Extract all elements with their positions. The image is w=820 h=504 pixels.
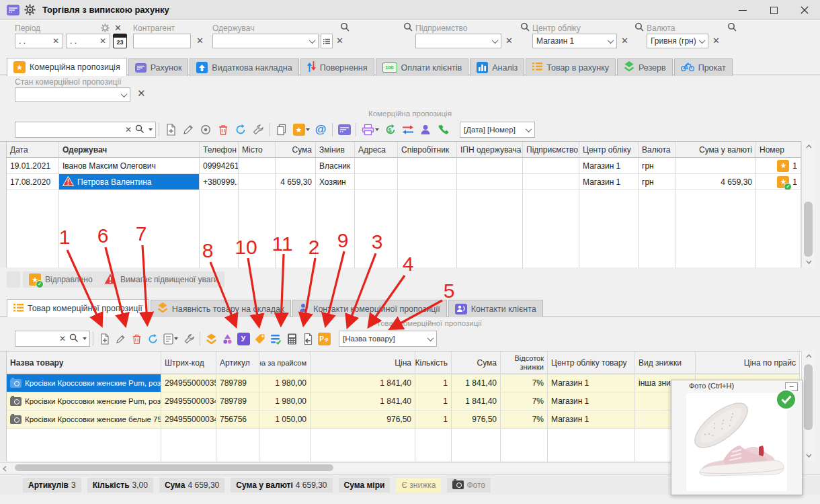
client-button[interactable] (417, 121, 434, 138)
column-header[interactable]: Номер (756, 142, 801, 158)
scroll-down-icon[interactable] (802, 259, 815, 265)
search-magnifier-icon[interactable] (69, 333, 79, 345)
delete-button[interactable] (214, 121, 232, 138)
check-list-button[interactable] (268, 331, 284, 347)
search-clear-icon[interactable]: ✕ (125, 125, 132, 134)
column-header[interactable]: Місто (239, 142, 276, 158)
import-document-button[interactable] (300, 331, 316, 347)
center-clear-icon[interactable]: ✕ (621, 34, 628, 48)
tab-analysis[interactable]: Аналіз (470, 58, 524, 76)
column-header[interactable]: Ціна за прайсом (259, 351, 311, 374)
tab-offer-contacts[interactable]: Контакти комерційної пропозиції (292, 300, 447, 317)
add-product-button[interactable] (96, 331, 112, 347)
offer-search-input[interactable]: ✕ (15, 122, 156, 138)
view-button[interactable] (197, 121, 214, 138)
column-header[interactable]: Валюта (639, 142, 675, 158)
minimize-button[interactable] (727, 0, 758, 20)
calendar-icon[interactable]: 23 (113, 34, 127, 48)
column-header[interactable]: Сума у валюті (675, 142, 756, 158)
scrollbar-thumb[interactable] (15, 464, 333, 471)
tab-client-payments[interactable]: 100Оплати клієнтів (376, 58, 469, 76)
refresh-button[interactable] (232, 121, 249, 138)
recipient-search-icon[interactable] (340, 22, 350, 32)
scrollbar-thumb[interactable] (804, 364, 813, 430)
print-button[interactable] (359, 121, 382, 138)
recipient-list-button[interactable] (321, 34, 333, 48)
offer-state-menu-button[interactable]: ★ (290, 121, 312, 138)
tab-commercial-offer[interactable]: ★Комерційна пропозиція (7, 58, 127, 76)
tab-invoice[interactable]: Рахунок (128, 58, 189, 76)
tab-client-contacts[interactable]: Контакти клієнта (448, 300, 543, 317)
stock-layers-button[interactable] (203, 331, 219, 347)
enterprise-combo[interactable] (415, 34, 501, 48)
invoice-document-button[interactable] (335, 121, 353, 138)
email-button[interactable]: @ (312, 121, 329, 138)
column-header[interactable]: Змінив (316, 142, 355, 158)
column-header[interactable]: Ціна по прайс (696, 351, 800, 374)
search-clear-icon[interactable]: ✕ (59, 334, 66, 343)
recipient-combo[interactable] (212, 34, 319, 48)
product-search-input[interactable]: ✕ (15, 331, 90, 347)
column-header[interactable]: Сума (452, 351, 501, 374)
table-row[interactable]: 19.01.2021 Іванов Максим Олегович 099942… (7, 158, 801, 174)
scroll-up-icon[interactable] (802, 353, 815, 360)
column-header[interactable]: Назва товару (7, 351, 161, 374)
offer-table-scrollbar[interactable] (801, 141, 815, 267)
global-search-icon[interactable] (727, 22, 737, 32)
column-header[interactable]: Артикул (216, 351, 259, 374)
copy-button[interactable] (273, 121, 290, 138)
product-sort-combo[interactable]: [Назва товару] (339, 331, 437, 347)
scroll-left-icon[interactable] (3, 464, 7, 474)
column-header[interactable]: Штрих-код (161, 351, 216, 374)
period-to-input[interactable]: . .✕ (66, 34, 110, 48)
center-search-icon[interactable] (520, 22, 530, 32)
table-row-selected[interactable]: 17.08.2020 Петрова Валентина +380999... … (7, 174, 801, 190)
column-header[interactable]: Вид знижки (635, 351, 696, 374)
column-header[interactable]: Підприємство (523, 142, 579, 158)
tab-expense-note[interactable]: Видаткова накладна (190, 58, 298, 76)
calculator-button[interactable] (284, 331, 300, 347)
tab-offer-goods[interactable]: Товар комерційної пропозиції (7, 299, 149, 317)
enterprise-clear-icon[interactable]: ✕ (505, 34, 513, 48)
column-header[interactable]: Телефон (200, 142, 239, 158)
refresh-products-button[interactable] (145, 331, 161, 347)
tab-goods-in-invoice[interactable]: Товар в рахунку (526, 58, 616, 76)
close-button[interactable] (789, 0, 820, 20)
settings-gear-icon[interactable] (24, 4, 36, 15)
tab-reserve[interactable]: Резерв (617, 58, 673, 76)
column-header[interactable]: Центр обліку (579, 142, 639, 158)
product-settings-button[interactable] (181, 331, 197, 347)
price-tag-button[interactable] (251, 331, 268, 347)
column-header[interactable]: Відсоток знижки (501, 351, 548, 374)
column-header[interactable]: Кількість (415, 351, 452, 374)
currency-search-icon[interactable] (634, 22, 645, 32)
column-header[interactable]: Дата (7, 142, 59, 158)
currency-combo[interactable]: Гривня (грн) (647, 34, 708, 48)
column-header[interactable]: Центр обліку товару (548, 351, 635, 374)
period-to-clear-icon[interactable]: ✕ (99, 36, 106, 46)
call-button[interactable] (434, 121, 452, 138)
column-header[interactable]: Співробітник (398, 142, 457, 158)
delete-product-button[interactable] (128, 331, 145, 347)
product-table-scrollbar[interactable] (801, 351, 815, 461)
photo-panel[interactable]: Фото (Ctrl+H) – (671, 380, 803, 495)
edit-button[interactable] (179, 121, 197, 138)
column-header[interactable]: Адреса (355, 142, 398, 158)
scroll-down-icon[interactable] (802, 452, 815, 459)
counterparty-clear-icon[interactable]: ✕ (196, 34, 204, 48)
column-header[interactable]: Ціна (311, 351, 415, 374)
transfer-button[interactable] (399, 121, 417, 138)
recipient-clear-icon[interactable]: ✕ (336, 34, 343, 48)
currency-clear-icon[interactable]: ✕ (712, 34, 720, 48)
edit-product-button[interactable] (112, 331, 128, 347)
scroll-up-icon[interactable] (802, 143, 815, 150)
maximize-button[interactable] (758, 0, 789, 20)
search-magnifier-icon[interactable] (135, 124, 145, 136)
column-header[interactable]: ІПН одержувача (457, 142, 523, 158)
characteristics-button[interactable] (219, 331, 235, 347)
period-settings-icon[interactable] (101, 24, 110, 32)
counterparty-input[interactable] (133, 34, 191, 48)
offer-sort-combo[interactable]: [Дата] [Номер] (460, 122, 535, 138)
accounting-center-combo[interactable]: Магазин 1 (532, 34, 617, 48)
price-flag-button[interactable]: P-p (316, 331, 332, 347)
